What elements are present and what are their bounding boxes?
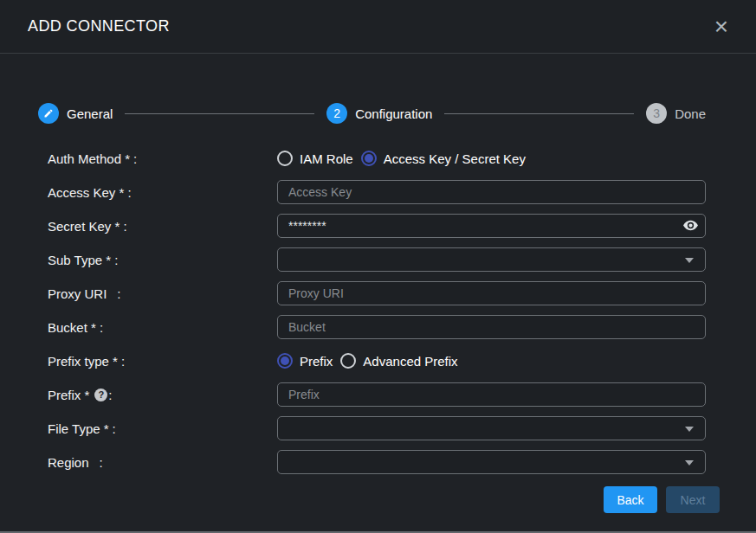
close-icon[interactable]: ×: [711, 16, 732, 38]
file-type-label: File Type *:: [38, 421, 277, 436]
step-configuration: 2 Configuration: [326, 103, 432, 124]
bucket-input[interactable]: [277, 315, 706, 339]
modal-header: ADD CONNECTOR ×: [0, 0, 756, 54]
stepper-connector: [444, 113, 634, 114]
step-done: 3 Done: [646, 103, 706, 124]
wizard-stepper: General 2 Configuration 3 Done: [38, 103, 706, 124]
configuration-form: Auth Method *: IAM Role Access Key / Sec…: [38, 146, 706, 513]
add-connector-modal: ADD CONNECTOR × General 2 Configuration …: [0, 0, 756, 533]
radio-circle-selected-icon: [277, 353, 293, 369]
back-button[interactable]: Back: [604, 486, 657, 513]
chevron-down-icon: [685, 460, 694, 466]
form-row-proxy-uri: Proxy URI:: [38, 281, 706, 305]
step-done-label: Done: [675, 106, 706, 121]
proxy-uri-label: Proxy URI:: [38, 286, 277, 301]
sub-type-select[interactable]: [277, 247, 706, 272]
stepper-connector: [125, 113, 314, 114]
radio-circle-icon: [340, 353, 356, 369]
form-row-file-type: File Type *:: [38, 416, 706, 440]
radio-advanced-prefix[interactable]: Advanced Prefix: [340, 353, 457, 369]
secret-key-label: Secret Key *:: [38, 219, 277, 234]
form-row-secret-key: Secret Key *:: [38, 214, 706, 238]
chevron-down-icon: [685, 258, 694, 263]
step-general[interactable]: General: [38, 103, 113, 124]
file-type-select[interactable]: [277, 416, 706, 440]
radio-circle-selected-icon: [361, 151, 377, 166]
form-row-sub-type: Sub Type *:: [38, 247, 706, 272]
prefix-type-radio-group: Prefix Advanced Prefix: [277, 353, 466, 369]
chevron-down-icon: [685, 427, 694, 432]
form-row-auth-method: Auth Method *: IAM Role Access Key / Sec…: [38, 146, 706, 170]
step-configuration-number: 2: [326, 103, 347, 124]
form-row-prefix: Prefix *?:: [38, 382, 706, 407]
form-row-access-key: Access Key *:: [38, 180, 706, 204]
prefix-type-label: Prefix type *:: [38, 354, 277, 369]
radio-access-key-secret-key[interactable]: Access Key / Secret Key: [361, 151, 526, 166]
radio-iam-role[interactable]: IAM Role: [277, 151, 353, 166]
region-label: Region:: [38, 455, 277, 470]
radio-prefix[interactable]: Prefix: [277, 353, 333, 369]
proxy-uri-input[interactable]: [277, 281, 706, 305]
eye-icon[interactable]: [683, 220, 698, 231]
next-button[interactable]: Next: [666, 486, 720, 513]
question-mark-icon[interactable]: ?: [94, 389, 107, 401]
step-done-number: 3: [646, 103, 667, 124]
page-title: ADD CONNECTOR: [28, 17, 170, 35]
radio-circle-icon: [277, 151, 293, 166]
prefix-label: Prefix *?:: [38, 388, 277, 402]
access-key-label: Access Key *:: [38, 185, 277, 200]
region-select[interactable]: [277, 450, 706, 474]
step-configuration-label: Configuration: [355, 106, 432, 121]
secret-key-input[interactable]: [277, 214, 706, 238]
modal-body: General 2 Configuration 3 Done Auth Meth…: [0, 54, 756, 531]
auth-method-radio-group: IAM Role Access Key / Secret Key: [277, 151, 533, 166]
form-row-prefix-type: Prefix type *: Prefix Advanced Prefix: [38, 349, 706, 373]
form-row-region: Region:: [38, 450, 706, 474]
access-key-input[interactable]: [277, 180, 706, 204]
bucket-label: Bucket *:: [38, 320, 277, 335]
sub-type-label: Sub Type *:: [38, 253, 277, 267]
form-row-bucket: Bucket *:: [38, 315, 706, 339]
prefix-input[interactable]: [277, 382, 706, 407]
auth-method-label: Auth Method *:: [38, 151, 277, 166]
step-general-label: General: [67, 106, 113, 121]
pencil-icon: [38, 103, 59, 124]
modal-actions: Back Next: [38, 486, 720, 513]
